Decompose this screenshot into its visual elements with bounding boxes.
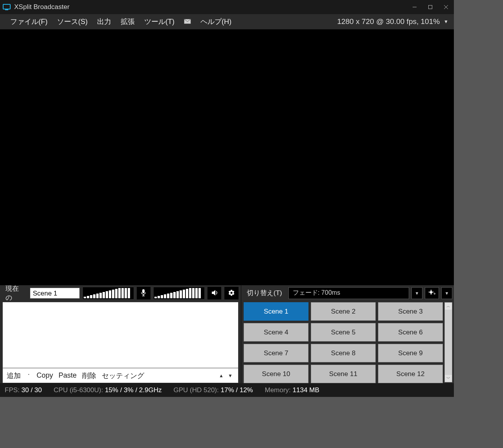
speaker-volume-meter[interactable] bbox=[154, 287, 204, 299]
app-logo-icon bbox=[2, 3, 11, 11]
fps-label: FPS: bbox=[5, 386, 20, 394]
scroll-down-icon[interactable]: ﹀ bbox=[445, 375, 452, 382]
cpu-value: 15% / 3% / 2.9GHz bbox=[105, 386, 162, 394]
menu-output[interactable]: 出力 bbox=[92, 15, 116, 29]
separator-dot: ・ bbox=[26, 371, 31, 378]
scene-button-7[interactable]: Scene 7 bbox=[244, 344, 308, 362]
chevron-down-icon: ▼ bbox=[445, 291, 449, 296]
mem-value: 1134 MB bbox=[293, 386, 319, 394]
sources-footer: 追加 ・ Copy Paste 削除 セッティング ▲ ▼ bbox=[2, 368, 239, 383]
menu-file[interactable]: ファイル(F) bbox=[6, 15, 52, 29]
transition-selected-text: フェード: 700ms bbox=[293, 289, 340, 297]
menu-extensions[interactable]: 拡張 bbox=[116, 15, 140, 29]
copy-source-button[interactable]: Copy bbox=[37, 371, 53, 380]
scene-button-12[interactable]: Scene 12 bbox=[378, 365, 443, 383]
sources-panel: 現在の Scene 1 追加 bbox=[0, 285, 241, 383]
svg-rect-7 bbox=[142, 289, 145, 293]
titlebar: XSplit Broadcaster bbox=[0, 0, 454, 14]
speaker-icon bbox=[211, 289, 218, 297]
reorder-arrows[interactable]: ▲ ▼ bbox=[219, 373, 234, 378]
cpu-group: CPU (i5-6300U): 15% / 3% / 2.9GHz bbox=[54, 386, 162, 394]
fps-group: FPS: 30 / 30 bbox=[5, 386, 42, 394]
mic-volume-meter[interactable] bbox=[83, 287, 134, 299]
scene-button-11[interactable]: Scene 11 bbox=[311, 365, 376, 383]
svg-rect-3 bbox=[429, 6, 432, 9]
mail-icon bbox=[184, 18, 191, 26]
app-window: XSplit Broadcaster ファイル(F) ソース(S) 出力 拡張 … bbox=[0, 0, 454, 397]
cpu-label: CPU (i5-6300U): bbox=[54, 386, 103, 394]
transition-select[interactable]: フェード: 700ms bbox=[288, 287, 409, 299]
transition-header: 切り替え(T) フェード: 700ms ▼ + ▼ bbox=[244, 286, 452, 300]
scene-button-3[interactable]: Scene 3 bbox=[378, 302, 443, 321]
delete-source-button[interactable]: 削除 bbox=[82, 371, 96, 380]
paste-source-button[interactable]: Paste bbox=[59, 371, 77, 380]
scene-button-10[interactable]: Scene 10 bbox=[244, 365, 308, 383]
sources-list[interactable] bbox=[2, 302, 239, 368]
scene-button-1[interactable]: Scene 1 bbox=[244, 302, 308, 321]
svg-marker-10 bbox=[212, 290, 215, 296]
mem-group: Memory: 1134 MB bbox=[265, 386, 319, 394]
speaker-button[interactable] bbox=[207, 287, 222, 299]
menubar: ファイル(F) ソース(S) 出力 拡張 ツール(T) ヘルプ(H) 1280 … bbox=[0, 14, 454, 29]
gpu-label: GPU (HD 520): bbox=[174, 386, 219, 394]
window-controls bbox=[407, 1, 454, 13]
scene-grid: Scene 1 Scene 2 Scene 3 Scene 4 Scene 5 … bbox=[244, 302, 443, 383]
transition-dropdown-button[interactable]: ▼ bbox=[411, 287, 422, 299]
menu-source[interactable]: ソース(S) bbox=[52, 15, 92, 29]
microphone-icon bbox=[140, 289, 147, 298]
chevron-down-icon: ▼ bbox=[444, 19, 448, 24]
sparkle-plus-icon: + bbox=[428, 289, 436, 297]
resolution-status[interactable]: 1280 x 720 @ 30.00 fps, 101% ▼ bbox=[337, 17, 448, 26]
current-scene-label: 現在の bbox=[2, 284, 27, 302]
gpu-value: 17% / 12% bbox=[220, 386, 253, 394]
menu-tools[interactable]: ツール(T) bbox=[140, 15, 179, 29]
scene-name-input[interactable]: Scene 1 bbox=[30, 288, 80, 299]
menu-help[interactable]: ヘルプ(H) bbox=[196, 15, 236, 29]
stinger-button[interactable]: + bbox=[425, 287, 439, 299]
resolution-status-text: 1280 x 720 @ 30.00 fps, 101% bbox=[337, 17, 440, 26]
scene-button-5[interactable]: Scene 5 bbox=[311, 323, 376, 342]
source-settings-button[interactable]: セッティング bbox=[102, 371, 144, 380]
microphone-button[interactable] bbox=[137, 287, 151, 299]
sources-header: 現在の Scene 1 bbox=[2, 286, 239, 300]
scene-button-2[interactable]: Scene 2 bbox=[311, 302, 376, 321]
close-button[interactable] bbox=[438, 1, 454, 13]
scenes-panel: 切り替え(T) フェード: 700ms ▼ + ▼ Scene 1 Scene … bbox=[241, 285, 454, 383]
scene-area: Scene 1 Scene 2 Scene 3 Scene 4 Scene 5 … bbox=[244, 302, 452, 383]
gpu-group: GPU (HD 520): 17% / 12% bbox=[174, 386, 253, 394]
scene-button-9[interactable]: Scene 9 bbox=[378, 344, 443, 362]
svg-rect-1 bbox=[5, 9, 8, 10]
maximize-button[interactable] bbox=[422, 1, 438, 13]
svg-text:+: + bbox=[433, 292, 436, 296]
transition-label: 切り替え(T) bbox=[244, 288, 286, 297]
statusbar: FPS: 30 / 30 CPU (i5-6300U): 15% / 3% / … bbox=[0, 383, 454, 397]
add-source-button[interactable]: 追加 bbox=[7, 371, 21, 380]
scene-button-4[interactable]: Scene 4 bbox=[244, 323, 308, 342]
bottom-panel: 現在の Scene 1 追加 bbox=[0, 285, 454, 383]
scene-button-6[interactable]: Scene 6 bbox=[378, 323, 443, 342]
chevron-down-icon: ▼ bbox=[415, 291, 419, 296]
menu-mail[interactable] bbox=[179, 15, 196, 28]
svg-rect-0 bbox=[3, 4, 10, 9]
preview-canvas[interactable] bbox=[0, 29, 454, 285]
window-title: XSplit Broadcaster bbox=[14, 3, 70, 11]
minimize-button[interactable] bbox=[407, 1, 422, 13]
scene-button-8[interactable]: Scene 8 bbox=[311, 344, 376, 362]
fps-value: 30 / 30 bbox=[22, 386, 42, 394]
mem-label: Memory: bbox=[265, 386, 291, 394]
scroll-up-icon[interactable]: ︿ bbox=[445, 303, 452, 310]
scene-scrollbar[interactable]: ︿ ﹀ bbox=[444, 302, 452, 382]
audio-settings-button[interactable] bbox=[224, 287, 239, 299]
stinger-dropdown-button[interactable]: ▼ bbox=[441, 287, 452, 299]
gear-icon bbox=[228, 289, 235, 297]
